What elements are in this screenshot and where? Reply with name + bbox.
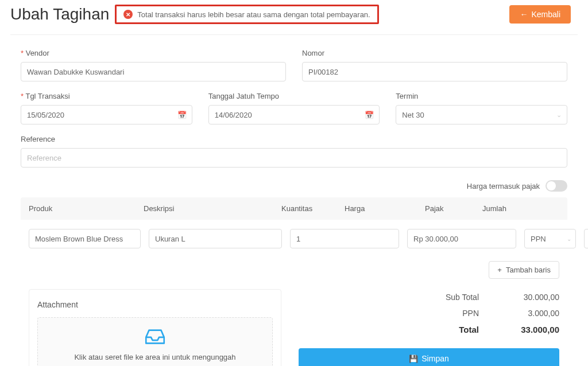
attachment-panel: Attachment Klik atau seret file ke area … <box>29 289 281 366</box>
th-jumlah: Jumlah <box>482 204 559 213</box>
nomor-input[interactable] <box>302 62 567 81</box>
jatuh-tempo-input[interactable] <box>208 105 380 124</box>
termin-label: Termin <box>396 92 567 100</box>
plus-icon: + <box>497 266 502 274</box>
total-value: 33.000,00 <box>502 325 559 334</box>
produk-input[interactable] <box>29 229 141 248</box>
tax-toggle[interactable] <box>546 180 567 192</box>
table-row: ⌄ <box>21 220 567 258</box>
vendor-input[interactable] <box>21 62 286 81</box>
th-deskripsi: Deskripsi <box>144 204 281 213</box>
calendar-icon[interactable]: 📅 <box>365 111 374 119</box>
jumlah-input[interactable] <box>584 229 588 248</box>
page-title: Ubah Tagihan <box>10 5 109 24</box>
ppn-label: PPN <box>299 309 502 318</box>
reference-label: Reference <box>21 135 567 143</box>
kuantitas-input[interactable] <box>290 229 399 248</box>
back-button[interactable]: ← Kembali <box>509 5 571 24</box>
termin-select[interactable] <box>396 105 567 124</box>
inbox-icon <box>143 327 167 346</box>
save-button-label: Simpan <box>421 354 448 363</box>
add-row-button[interactable]: + Tambah baris <box>489 261 559 279</box>
save-button[interactable]: 💾 Simpan <box>299 348 559 366</box>
alert-error: ✕ Total transaksi harus lebih besar atau… <box>115 5 378 24</box>
tgl-transaksi-label: Tgl Transaksi <box>21 92 192 100</box>
attachment-dropzone[interactable]: Klik atau seret file ke area ini untuk m… <box>37 317 273 366</box>
tgl-transaksi-input[interactable] <box>21 105 192 124</box>
attachment-title: Attachment <box>37 300 273 309</box>
dropzone-text: Klik atau seret file ke area ini untuk m… <box>44 353 266 361</box>
back-button-label: Kembali <box>531 10 560 19</box>
alert-text: Total transaksi harus lebih besar atau s… <box>137 10 370 19</box>
vendor-label: Vendor <box>21 49 286 57</box>
chevron-down-icon: ⌄ <box>556 111 562 119</box>
total-label: Total <box>299 325 502 334</box>
chevron-down-icon: ⌄ <box>567 236 571 242</box>
add-row-label: Tambah baris <box>506 266 551 274</box>
subtotal-label: Sub Total <box>299 293 502 302</box>
th-harga: Harga <box>345 204 425 213</box>
deskripsi-input[interactable] <box>149 229 282 248</box>
reference-input[interactable] <box>21 148 567 168</box>
th-produk: Produk <box>29 204 144 213</box>
table-header: Produk Deskripsi Kuantitas Harga Pajak J… <box>21 197 567 220</box>
th-pajak: Pajak <box>425 204 482 213</box>
ppn-value: 3.000,00 <box>502 309 559 318</box>
jatuh-tempo-label: Tanggal Jatuh Tempo <box>208 92 380 100</box>
harga-input[interactable] <box>407 229 516 248</box>
nomor-label: Nomor <box>302 49 567 57</box>
calendar-icon[interactable]: 📅 <box>177 111 187 119</box>
th-kuantitas: Kuantitas <box>281 204 345 213</box>
tax-toggle-label: Harga termasuk pajak <box>467 182 540 190</box>
totals-panel: Sub Total 30.000,00 PPN 3.000,00 Total 3… <box>299 289 559 366</box>
arrow-left-icon: ← <box>520 10 528 19</box>
save-icon: 💾 <box>409 355 418 363</box>
error-icon: ✕ <box>123 10 133 19</box>
subtotal-value: 30.000,00 <box>502 293 559 302</box>
